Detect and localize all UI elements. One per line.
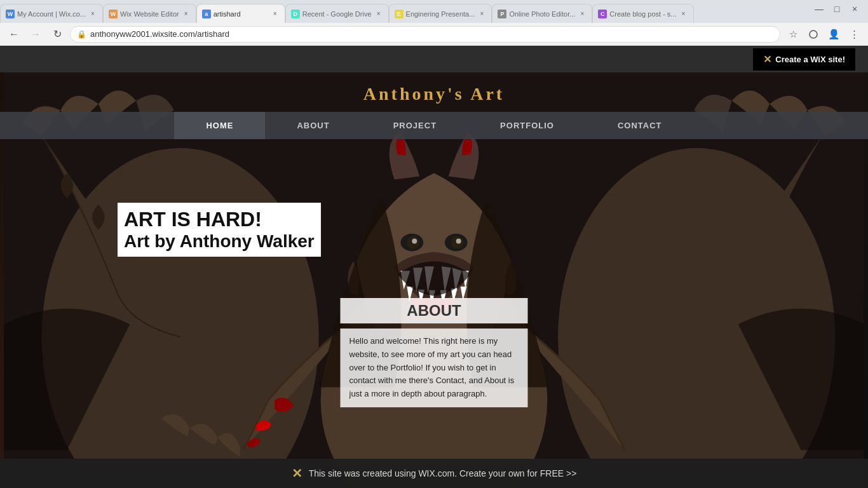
browser-tab-tab3[interactable]: a artishard × (196, 4, 285, 23)
tab-close-tab7[interactable]: × (679, 10, 688, 18)
svg-point-0 (810, 30, 817, 38)
tab-bar: W My Account | Wix.co... × W Wix Website… (0, 0, 868, 23)
nav-item-home[interactable]: HOME (174, 112, 265, 139)
website-content: Anthony's Art HOMEABOUTPROJECTPORTFOLIOC… (0, 72, 868, 488)
bottom-wix-banner: ✕ This site was created using WIX.com. C… (0, 459, 868, 488)
hero-section: ART IS HARD! Art by Anthony Walker (118, 203, 321, 257)
minimize-button[interactable]: — (811, 3, 827, 15)
tab-title-tab2: Wix Website Editor (120, 10, 179, 18)
address-icons: ☆ 👤 ⋮ (784, 25, 863, 43)
main-content: ART IS HARD! Art by Anthony Walker ABOUT… (0, 139, 868, 485)
tab-title-tab7: Create blog post - s... (609, 10, 676, 18)
browser-tab-tab6[interactable]: P Online Photo Editor... × (492, 4, 592, 23)
bottom-wix-logo: ✕ (292, 466, 302, 481)
nav-item-portfolio[interactable]: PORTFOLIO (468, 112, 586, 139)
browser-tab-tab1[interactable]: W My Account | Wix.co... × (0, 4, 103, 23)
tab-title-tab3: artishard (214, 10, 268, 18)
tab-title-tab6: Online Photo Editor... (509, 10, 575, 18)
lock-icon: 🔒 (77, 30, 86, 39)
wix-logo: ✕ (763, 53, 771, 65)
about-text: Hello and welcome! This right here is my… (341, 329, 528, 407)
browser-tab-tab7[interactable]: C Create blog post - s... × (592, 4, 693, 23)
wix-top-banner: ✕ Create a WiX site! (0, 46, 868, 72)
tab-close-tab4[interactable]: × (374, 10, 383, 18)
tab-close-tab2[interactable]: × (182, 10, 191, 18)
url-bar[interactable]: 🔒 anthonyww2001.wixsite.com/artishard (70, 26, 780, 43)
tab-close-tab6[interactable]: × (578, 10, 587, 18)
about-section: ABOUT Hello and welcome! This right here… (341, 298, 528, 407)
browser-tab-tab5[interactable]: E Enginering Presenta... × (389, 4, 492, 23)
back-button[interactable]: ← (5, 25, 23, 43)
extensions-icon[interactable] (804, 25, 822, 43)
refresh-button[interactable]: ↻ (48, 25, 66, 43)
address-bar: ← → ↻ 🔒 anthonyww2001.wixsite.com/artish… (0, 23, 868, 46)
close-window-button[interactable]: × (846, 3, 863, 15)
tab-close-tab1[interactable]: × (88, 10, 97, 18)
site-navigation: HOMEABOUTPROJECTPORTFOLIOCONTACT (0, 112, 868, 139)
site-title: Anthony's Art (0, 72, 868, 112)
about-heading: ABOUT (341, 298, 528, 323)
bookmark-star-icon[interactable]: ☆ (784, 25, 802, 43)
bottom-banner-text: This site was created using WIX.com. Cre… (309, 468, 577, 478)
tab-title-tab1: My Account | Wix.co... (17, 10, 86, 18)
tab-title-tab5: Enginering Presenta... (406, 10, 475, 18)
menu-icon[interactable]: ⋮ (845, 25, 863, 43)
maximize-button[interactable]: □ (829, 3, 845, 15)
browser-frame: W My Account | Wix.co... × W Wix Website… (0, 0, 868, 488)
browser-tab-tab4[interactable]: D Recent - Google Drive × (285, 4, 389, 23)
tab-close-tab3[interactable]: × (271, 10, 280, 18)
tab-title-tab4: Recent - Google Drive (302, 10, 372, 18)
nav-item-about[interactable]: ABOUT (265, 112, 361, 139)
wix-create-label: Create a WiX site! (775, 55, 845, 64)
hero-subtitle: Art by Anthony Walker (124, 231, 315, 252)
browser-tab-tab2[interactable]: W Wix Website Editor × (103, 4, 196, 23)
forward-button[interactable]: → (27, 25, 44, 43)
tab-close-tab5[interactable]: × (477, 10, 486, 18)
window-controls: — □ × (811, 3, 868, 15)
nav-item-project[interactable]: PROJECT (362, 112, 468, 139)
nav-item-contact[interactable]: CONTACT (586, 112, 694, 139)
hero-title: ART IS HARD! (124, 208, 315, 231)
site-title-area: Anthony's Art (0, 72, 868, 112)
wix-create-button[interactable]: ✕ Create a WiX site! (753, 48, 855, 71)
profile-icon[interactable]: 👤 (825, 25, 843, 43)
url-text: anthonyww2001.wixsite.com/artishard (90, 29, 229, 39)
